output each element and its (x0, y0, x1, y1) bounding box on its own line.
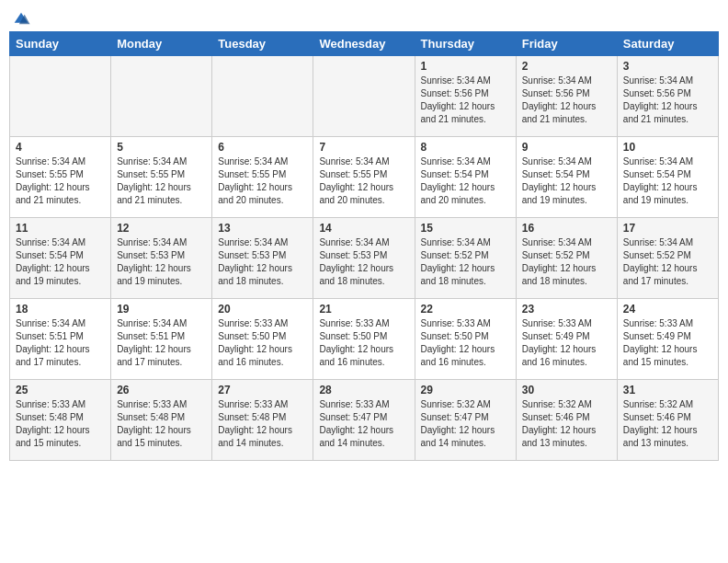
day-info: Sunrise: 5:33 AM Sunset: 5:50 PM Dayligh… (421, 317, 510, 369)
day-info: Sunrise: 5:34 AM Sunset: 5:56 PM Dayligh… (522, 75, 611, 126)
calendar-cell: 2Sunrise: 5:34 AM Sunset: 5:56 PM Daylig… (516, 56, 617, 137)
day-info: Sunrise: 5:34 AM Sunset: 5:55 PM Dayligh… (319, 155, 408, 207)
calendar-cell: 11Sunrise: 5:34 AM Sunset: 5:54 PM Dayli… (10, 218, 111, 299)
day-info: Sunrise: 5:34 AM Sunset: 5:52 PM Dayligh… (623, 236, 712, 288)
calendar-cell: 30Sunrise: 5:32 AM Sunset: 5:46 PM Dayli… (516, 380, 617, 461)
day-header-thursday: Thursday (415, 32, 516, 56)
day-number: 26 (117, 384, 206, 396)
calendar-cell: 13Sunrise: 5:34 AM Sunset: 5:53 PM Dayli… (212, 218, 313, 299)
day-number: 24 (623, 303, 712, 316)
day-info: Sunrise: 5:33 AM Sunset: 5:48 PM Dayligh… (218, 398, 307, 450)
calendar-cell: 26Sunrise: 5:33 AM Sunset: 5:48 PM Dayli… (111, 380, 212, 461)
day-info: Sunrise: 5:34 AM Sunset: 5:55 PM Dayligh… (117, 155, 206, 207)
day-number: 15 (421, 222, 510, 235)
day-number: 4 (16, 141, 105, 154)
week-row-1: 1Sunrise: 5:34 AM Sunset: 5:56 PM Daylig… (10, 56, 719, 137)
calendar-cell: 22Sunrise: 5:33 AM Sunset: 5:50 PM Dayli… (415, 299, 516, 380)
day-info: Sunrise: 5:33 AM Sunset: 5:50 PM Dayligh… (319, 317, 408, 369)
day-number: 14 (319, 222, 408, 235)
calendar-cell: 7Sunrise: 5:34 AM Sunset: 5:55 PM Daylig… (313, 137, 415, 218)
calendar-cell: 28Sunrise: 5:33 AM Sunset: 5:47 PM Dayli… (313, 380, 415, 461)
day-number: 2 (522, 60, 611, 73)
calendar-cell: 18Sunrise: 5:34 AM Sunset: 5:51 PM Dayli… (10, 299, 111, 380)
day-info: Sunrise: 5:32 AM Sunset: 5:46 PM Dayligh… (623, 398, 712, 450)
week-row-3: 11Sunrise: 5:34 AM Sunset: 5:54 PM Dayli… (10, 218, 719, 299)
day-info: Sunrise: 5:33 AM Sunset: 5:49 PM Dayligh… (522, 317, 611, 369)
day-number: 3 (623, 60, 712, 73)
day-number: 20 (218, 303, 307, 316)
day-header-wednesday: Wednesday (313, 32, 415, 56)
calendar-cell: 27Sunrise: 5:33 AM Sunset: 5:48 PM Dayli… (212, 380, 313, 461)
calendar-cell (111, 56, 212, 137)
day-number: 6 (218, 141, 307, 154)
calendar-cell: 24Sunrise: 5:33 AM Sunset: 5:49 PM Dayli… (617, 299, 718, 380)
day-info: Sunrise: 5:33 AM Sunset: 5:50 PM Dayligh… (218, 317, 307, 369)
day-info: Sunrise: 5:34 AM Sunset: 5:53 PM Dayligh… (117, 236, 206, 288)
day-header-monday: Monday (111, 32, 212, 56)
day-number: 17 (623, 222, 712, 235)
day-number: 25 (16, 384, 105, 396)
day-number: 18 (16, 303, 105, 316)
calendar-cell: 16Sunrise: 5:34 AM Sunset: 5:52 PM Dayli… (516, 218, 617, 299)
day-info: Sunrise: 5:34 AM Sunset: 5:54 PM Dayligh… (16, 236, 105, 288)
calendar-cell: 21Sunrise: 5:33 AM Sunset: 5:50 PM Dayli… (313, 299, 415, 380)
day-info: Sunrise: 5:34 AM Sunset: 5:52 PM Dayligh… (522, 236, 611, 288)
day-info: Sunrise: 5:34 AM Sunset: 5:55 PM Dayligh… (218, 155, 307, 207)
day-number: 30 (522, 384, 611, 396)
day-info: Sunrise: 5:32 AM Sunset: 5:47 PM Dayligh… (421, 398, 510, 450)
day-number: 28 (319, 384, 408, 396)
calendar-cell: 31Sunrise: 5:32 AM Sunset: 5:46 PM Dayli… (617, 380, 718, 461)
day-info: Sunrise: 5:34 AM Sunset: 5:54 PM Dayligh… (421, 155, 510, 207)
day-info: Sunrise: 5:34 AM Sunset: 5:54 PM Dayligh… (522, 155, 611, 207)
calendar-cell: 5Sunrise: 5:34 AM Sunset: 5:55 PM Daylig… (111, 137, 212, 218)
calendar-table: SundayMondayTuesdayWednesdayThursdayFrid… (9, 31, 719, 461)
day-number: 13 (218, 222, 307, 235)
calendar-cell: 9Sunrise: 5:34 AM Sunset: 5:54 PM Daylig… (516, 137, 617, 218)
day-info: Sunrise: 5:34 AM Sunset: 5:54 PM Dayligh… (623, 155, 712, 207)
logo-icon (11, 9, 31, 29)
day-number: 31 (623, 384, 712, 396)
day-info: Sunrise: 5:33 AM Sunset: 5:48 PM Dayligh… (117, 398, 206, 450)
day-number: 11 (16, 222, 105, 235)
day-number: 19 (117, 303, 206, 316)
calendar-cell: 1Sunrise: 5:34 AM Sunset: 5:56 PM Daylig… (415, 56, 516, 137)
calendar-cell: 19Sunrise: 5:34 AM Sunset: 5:51 PM Dayli… (111, 299, 212, 380)
day-header-tuesday: Tuesday (212, 32, 313, 56)
day-number: 10 (623, 141, 712, 154)
day-number: 9 (522, 141, 611, 154)
day-info: Sunrise: 5:34 AM Sunset: 5:51 PM Dayligh… (117, 317, 206, 369)
week-row-2: 4Sunrise: 5:34 AM Sunset: 5:55 PM Daylig… (10, 137, 719, 218)
day-number: 1 (421, 60, 510, 73)
day-number: 27 (218, 384, 307, 396)
logo (9, 9, 31, 26)
calendar-cell: 25Sunrise: 5:33 AM Sunset: 5:48 PM Dayli… (10, 380, 111, 461)
calendar-cell: 8Sunrise: 5:34 AM Sunset: 5:54 PM Daylig… (415, 137, 516, 218)
calendar-cell: 23Sunrise: 5:33 AM Sunset: 5:49 PM Dayli… (516, 299, 617, 380)
day-number: 23 (522, 303, 611, 316)
calendar-cell (10, 56, 111, 137)
day-number: 22 (421, 303, 510, 316)
day-info: Sunrise: 5:34 AM Sunset: 5:55 PM Dayligh… (16, 155, 105, 207)
day-info: Sunrise: 5:34 AM Sunset: 5:52 PM Dayligh… (421, 236, 510, 288)
day-info: Sunrise: 5:34 AM Sunset: 5:53 PM Dayligh… (319, 236, 408, 288)
day-number: 29 (421, 384, 510, 396)
day-info: Sunrise: 5:34 AM Sunset: 5:51 PM Dayligh… (16, 317, 105, 369)
calendar-cell (313, 56, 415, 137)
day-number: 21 (319, 303, 408, 316)
day-info: Sunrise: 5:33 AM Sunset: 5:49 PM Dayligh… (623, 317, 712, 369)
calendar-cell: 4Sunrise: 5:34 AM Sunset: 5:55 PM Daylig… (10, 137, 111, 218)
day-header-sunday: Sunday (10, 32, 111, 56)
day-info: Sunrise: 5:34 AM Sunset: 5:56 PM Dayligh… (421, 75, 510, 126)
calendar-cell: 15Sunrise: 5:34 AM Sunset: 5:52 PM Dayli… (415, 218, 516, 299)
calendar-cell: 20Sunrise: 5:33 AM Sunset: 5:50 PM Dayli… (212, 299, 313, 380)
day-number: 7 (319, 141, 408, 154)
week-row-5: 25Sunrise: 5:33 AM Sunset: 5:48 PM Dayli… (10, 380, 719, 461)
day-info: Sunrise: 5:32 AM Sunset: 5:46 PM Dayligh… (522, 398, 611, 450)
week-row-4: 18Sunrise: 5:34 AM Sunset: 5:51 PM Dayli… (10, 299, 719, 380)
calendar-cell: 29Sunrise: 5:32 AM Sunset: 5:47 PM Dayli… (415, 380, 516, 461)
calendar-cell: 17Sunrise: 5:34 AM Sunset: 5:52 PM Dayli… (617, 218, 718, 299)
day-number: 5 (117, 141, 206, 154)
calendar-cell: 12Sunrise: 5:34 AM Sunset: 5:53 PM Dayli… (111, 218, 212, 299)
day-info: Sunrise: 5:34 AM Sunset: 5:56 PM Dayligh… (623, 75, 712, 126)
header-row: SundayMondayTuesdayWednesdayThursdayFrid… (10, 32, 719, 56)
